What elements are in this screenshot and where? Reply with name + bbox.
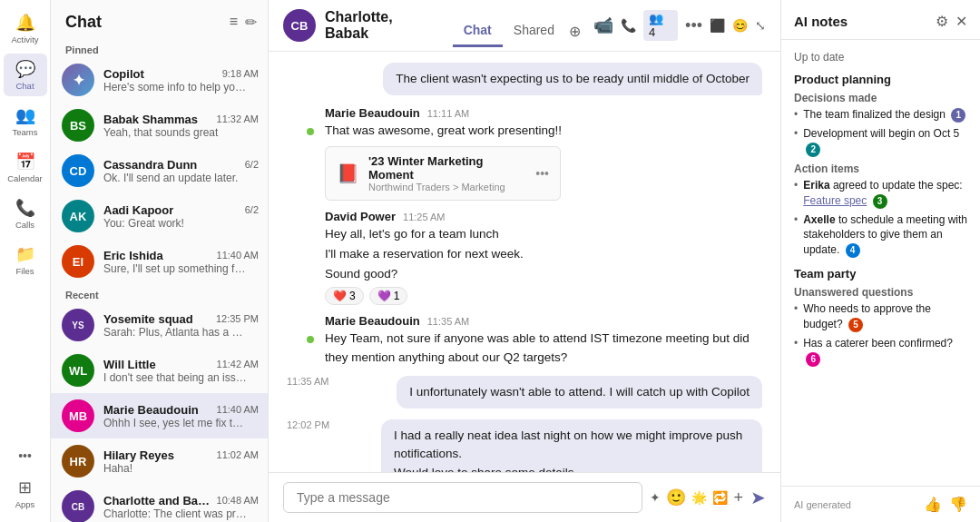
- chat-name-cassandra: Cassandra Dunn: [103, 158, 197, 172]
- ai-badge-5: 5: [848, 318, 863, 332]
- chat-item-eric[interactable]: EI Eric Ishida 11:40 AM Sure, I'll set u…: [51, 239, 268, 284]
- teams-label: Teams: [13, 127, 38, 137]
- expand-icon[interactable]: ⤡: [755, 18, 766, 33]
- add-tab-button[interactable]: ⊕: [565, 15, 584, 47]
- chat-label: Chat: [15, 81, 34, 91]
- chat-item-copilot[interactable]: ✦ Copilot 9:18 AM Here's some info to he…: [51, 57, 268, 103]
- video-call-icon[interactable]: 📹: [593, 15, 613, 35]
- avatar-copilot: ✦: [62, 64, 94, 96]
- chat-name-charlotte-babak: Charlotte and Babak: [103, 494, 217, 507]
- reaction-heart[interactable]: ❤️3: [325, 287, 364, 305]
- sticker-icon[interactable]: 🌟: [691, 490, 707, 505]
- message-bubble-right-1: The client wasn't expecting us to be rea…: [287, 63, 762, 101]
- attach-icon[interactable]: +: [733, 488, 743, 507]
- chat-name-babak: Babak Shammas: [103, 113, 198, 126]
- bubble-right-text-3: I had a really neat idea last night on h…: [381, 419, 762, 472]
- file-path: Northwind Traders > Marketing: [368, 182, 526, 192]
- ai-footer-actions: 👍 👎: [924, 496, 967, 513]
- reaction-purple-heart[interactable]: 💜1: [369, 287, 408, 305]
- tab-chat[interactable]: Chat: [453, 15, 503, 47]
- bubble-timestamp-3: 12:02 PM: [287, 419, 329, 472]
- chat-info-eric: Eric Ishida 11:40 AM Sure, I'll set up s…: [103, 249, 259, 275]
- participants-icon[interactable]: 👥 4: [643, 10, 678, 41]
- avatar-eric: EI: [62, 245, 94, 278]
- chat-item-babak[interactable]: BS Babak Shammas 11:32 AM Yeah, that sou…: [51, 103, 268, 148]
- message-group-david: DP David Power 11:25 AM Hey all, let's g…: [287, 210, 762, 306]
- chat-time-cassandra: 6/2: [245, 159, 259, 170]
- chat-header-avatar: CB: [283, 9, 316, 42]
- thumbs-up-icon[interactable]: 👍: [924, 496, 942, 513]
- chat-time-marie: 11:40 AM: [217, 404, 259, 415]
- message-bubble-right-2: 11:35 AM I unfortunately wasn't able to …: [287, 376, 762, 414]
- message-input-area: ✦ 🙂 🌟 🔁 + ➤: [269, 472, 780, 522]
- chat-name-hilary: Hilary Reyes: [103, 448, 174, 462]
- chat-preview-cassandra: Ok. I'll send an update later.: [103, 172, 249, 184]
- chat-name-copilot: Copilot: [103, 67, 144, 81]
- recent-section-label: Recent: [51, 284, 268, 302]
- files-icon: 📁: [15, 244, 35, 264]
- format-icon[interactable]: ✦: [650, 490, 661, 505]
- emoji-icon[interactable]: 🙂: [666, 488, 686, 507]
- message-group-marie-2: MB Marie Beaudouin 11:35 AM Hey Team, no…: [287, 314, 762, 367]
- ai-bullet-text-2: Development will begin on Oct 5 2: [803, 126, 967, 157]
- chat-time-will: 11:42 AM: [217, 359, 259, 369]
- sidebar-item-chat[interactable]: 💬 Chat: [4, 54, 47, 96]
- chat-icon: 💬: [15, 59, 35, 79]
- feature-spec-link[interactable]: Feature spec: [803, 194, 867, 207]
- file-card-marie[interactable]: 📕 '23 Winter Marketing Moment Northwind …: [325, 146, 561, 201]
- chat-item-charlotte-babak[interactable]: CB Charlotte and Babak 10:48 AM Charlott…: [51, 484, 268, 522]
- msg-time-marie-1: 11:11 AM: [427, 108, 469, 119]
- filter-icon[interactable]: ≡: [230, 14, 238, 31]
- bubble-right-text-2: I unfortunately wasn't able to attend. I…: [397, 376, 762, 409]
- ai-close-icon[interactable]: ✕: [956, 13, 967, 30]
- sidebar-item-activity[interactable]: 🔔 Activity: [4, 7, 47, 50]
- ai-bullet-text-1: The team finalized the design 1: [803, 107, 965, 123]
- thumbs-down-icon[interactable]: 👎: [949, 496, 967, 513]
- avatar-yosemite: YS: [62, 309, 94, 341]
- sidebar-item-apps[interactable]: ⊞ Apps: [4, 472, 47, 515]
- chat-item-aadi[interactable]: AK Aadi Kapoor 6/2 You: Great work!: [51, 193, 268, 239]
- reactions-icon[interactable]: 😊: [732, 18, 748, 33]
- ai-panel-title: AI notes: [794, 14, 848, 29]
- chat-item-hilary[interactable]: HR Hilary Reyes 11:02 AM Haha!: [51, 438, 268, 484]
- msg-header-david: David Power 11:25 AM: [325, 210, 762, 223]
- audio-call-icon[interactable]: 📞: [621, 18, 636, 33]
- sidebar-item-teams[interactable]: 👥 Teams: [4, 100, 47, 143]
- message-input[interactable]: [283, 482, 642, 513]
- apps-label: Apps: [15, 499, 35, 509]
- sidebar-item-more[interactable]: •••: [4, 443, 47, 468]
- ai-bullet-1: The team finalized the design 1: [794, 107, 967, 123]
- activity-icon: 🔔: [15, 13, 35, 33]
- chat-preview-charlotte-babak: Charlotte: The client was pretty happy w…: [103, 507, 249, 520]
- message-bubble-right-3: 12:02 PM I had a really neat idea last n…: [287, 419, 762, 472]
- chat-header: CB Charlotte, Babak Chat Shared ⊕ 📹 📞 👥 …: [269, 0, 780, 52]
- send-button[interactable]: ➤: [750, 487, 766, 508]
- msg-header-marie-2: Marie Beaudouin 11:35 AM: [325, 314, 762, 328]
- tab-shared[interactable]: Shared: [503, 15, 565, 47]
- ai-subsection-decisions: Decisions made: [794, 92, 967, 104]
- chat-list-header: Chat ≡ ✏: [51, 0, 268, 39]
- sidebar-item-calendar[interactable]: 📅 Calendar: [4, 146, 47, 189]
- sidebar-item-calls[interactable]: 📞 Calls: [4, 192, 47, 235]
- msg-header-marie-1: Marie Beaudouin 11:11 AM: [325, 106, 762, 120]
- ai-bullet-text-4: Axelle to schedule a meeting with stakeh…: [803, 212, 967, 259]
- chat-item-yosemite[interactable]: YS Yosemite squad 12:35 PM Sarah: Plus, …: [51, 302, 268, 348]
- loop-icon[interactable]: 🔁: [712, 490, 728, 505]
- avatar-aadi: AK: [62, 200, 94, 232]
- sidebar-item-files[interactable]: 📁 Files: [4, 239, 47, 281]
- share-screen-icon[interactable]: ⬛: [710, 18, 725, 33]
- ai-badge-6: 6: [806, 352, 820, 367]
- bubble-timestamp-2: 11:35 AM: [287, 376, 328, 412]
- msg-time-david: 11:25 AM: [403, 212, 445, 222]
- files-label: Files: [15, 266, 34, 276]
- ai-settings-icon[interactable]: ⚙: [936, 13, 948, 30]
- chat-preview-eric: Sure, I'll set up something for next wee…: [103, 262, 249, 275]
- chat-item-cassandra[interactable]: CD Cassandra Dunn 6/2 Ok. I'll send an u…: [51, 148, 268, 193]
- chat-item-marie[interactable]: MB Marie Beaudouin 11:40 AM Ohhh I see, …: [51, 393, 268, 438]
- compose-icon[interactable]: ✏: [245, 14, 257, 31]
- more-options-icon[interactable]: •••: [685, 16, 702, 35]
- chat-info-copilot: Copilot 9:18 AM Here's some info to help…: [103, 67, 259, 94]
- file-more-icon[interactable]: •••: [535, 166, 549, 181]
- chat-item-will[interactable]: WL Will Little 11:42 AM I don't see that…: [51, 348, 268, 393]
- ai-subsection-unanswered: Unanswered questions: [794, 286, 967, 299]
